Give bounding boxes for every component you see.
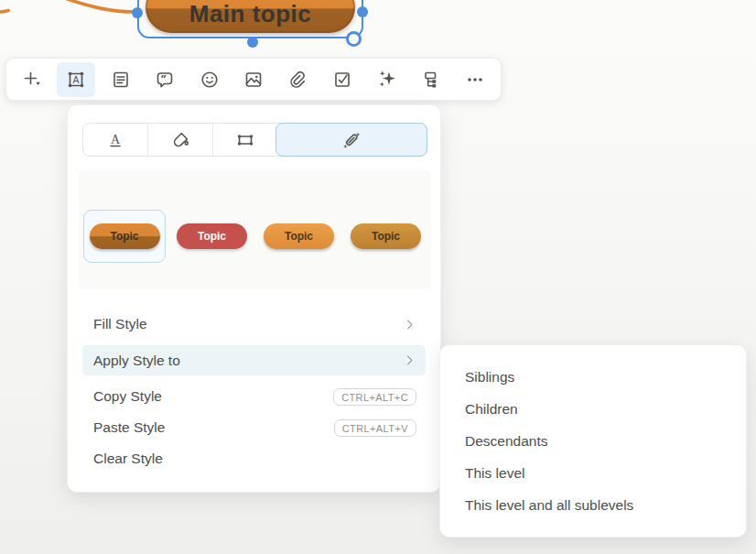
task-checkbox-icon bbox=[331, 69, 353, 91]
menu-item-label: Clear Style bbox=[93, 451, 163, 467]
submenu-item-label: Children bbox=[465, 401, 518, 418]
add-topic-button[interactable] bbox=[13, 62, 51, 97]
ai-button[interactable] bbox=[367, 62, 405, 97]
chevron-right-icon bbox=[403, 353, 416, 367]
image-icon bbox=[243, 69, 265, 91]
apply-style-submenu: Siblings Children Descendants This level… bbox=[439, 344, 747, 538]
selection-handle-left[interactable] bbox=[132, 7, 143, 18]
style-option-1[interactable]: Topic bbox=[83, 210, 166, 263]
comment-icon bbox=[154, 69, 176, 91]
border-icon bbox=[234, 129, 256, 151]
menu-item-clear-style[interactable]: Clear Style bbox=[68, 443, 440, 474]
paint-bucket-icon bbox=[169, 129, 191, 151]
tab-border[interactable] bbox=[212, 124, 277, 156]
submenu-item-label: Siblings bbox=[465, 369, 514, 386]
menu-item-fill-style[interactable]: Fill Style bbox=[68, 309, 440, 340]
plus-icon bbox=[21, 68, 44, 91]
topic-toolbar: A bbox=[5, 58, 502, 101]
svg-text:A: A bbox=[111, 132, 121, 146]
style-menu: Fill Style Apply Style to Copy Style CTR… bbox=[68, 309, 440, 474]
submenu-item-siblings[interactable]: Siblings bbox=[440, 362, 746, 394]
svg-text:A: A bbox=[73, 73, 80, 84]
selection-handle-bottom[interactable] bbox=[247, 37, 258, 48]
note-icon bbox=[110, 69, 132, 91]
submenu-item-this-level[interactable]: This level bbox=[440, 457, 746, 489]
shortcut-badge: CTRL+ALT+C bbox=[333, 388, 416, 406]
submenu-item-children[interactable]: Children bbox=[440, 394, 746, 426]
task-button[interactable] bbox=[323, 62, 362, 97]
emoji-icon bbox=[199, 69, 221, 91]
chevron-right-icon bbox=[403, 318, 416, 331]
submenu-item-descendants[interactable]: Descendants bbox=[440, 426, 746, 458]
submenu-item-label: This level and all sublevels bbox=[465, 497, 633, 514]
topic-style-preview: Topic bbox=[351, 223, 421, 249]
style-option-4[interactable]: Topic bbox=[342, 210, 429, 263]
link-icon bbox=[286, 69, 308, 91]
note-button[interactable] bbox=[102, 62, 140, 97]
format-style-button[interactable]: A bbox=[57, 62, 95, 97]
image-button[interactable] bbox=[234, 62, 273, 97]
menu-item-label: Apply Style to bbox=[93, 353, 180, 369]
more-button[interactable] bbox=[456, 62, 494, 97]
sparkles-icon bbox=[375, 68, 398, 91]
menu-item-label: Paste Style bbox=[93, 419, 165, 436]
topic-style-preview: Topic bbox=[177, 223, 247, 249]
selection-handle-right[interactable] bbox=[357, 6, 368, 17]
menu-item-label: Fill Style bbox=[93, 316, 147, 332]
style-panel: A Topic bbox=[67, 104, 441, 493]
selection-resize-handle[interactable] bbox=[346, 31, 362, 47]
main-topic-node[interactable]: Main topic bbox=[146, 0, 355, 33]
submenu-item-label: Descendants bbox=[465, 433, 547, 450]
menu-item-label: Copy Style bbox=[93, 388, 162, 405]
structure-icon bbox=[420, 69, 442, 91]
tab-style[interactable] bbox=[275, 123, 427, 157]
style-panel-tabs: A bbox=[82, 123, 427, 157]
text-style-frame-icon: A bbox=[65, 69, 87, 91]
topic-style-gallery: Topic Topic Topic Topic bbox=[79, 170, 431, 289]
structure-button[interactable] bbox=[412, 62, 450, 97]
submenu-item-label: This level bbox=[465, 465, 524, 482]
comment-button[interactable] bbox=[146, 62, 184, 97]
font-icon: A bbox=[104, 129, 126, 151]
menu-item-copy-style[interactable]: Copy Style CTRL+ALT+C bbox=[68, 381, 440, 412]
tab-fill[interactable] bbox=[147, 124, 212, 156]
topic-style-preview: Topic bbox=[90, 223, 160, 249]
style-option-3[interactable]: Topic bbox=[255, 210, 342, 263]
link-button[interactable] bbox=[278, 62, 317, 97]
sticker-button[interactable] bbox=[190, 62, 229, 97]
submenu-item-this-level-and-sublevels[interactable]: This level and all sublevels bbox=[440, 489, 746, 521]
shortcut-badge: CTRL+ALT+V bbox=[334, 419, 416, 437]
tab-font[interactable]: A bbox=[83, 124, 147, 156]
magic-wand-icon bbox=[340, 129, 362, 151]
menu-item-paste-style[interactable]: Paste Style CTRL+ALT+V bbox=[68, 412, 440, 443]
main-topic-label: Main topic bbox=[189, 0, 312, 28]
style-option-2[interactable]: Topic bbox=[168, 210, 255, 263]
ellipsis-icon bbox=[464, 69, 486, 91]
menu-item-apply-style-to[interactable]: Apply Style to bbox=[82, 345, 426, 375]
topic-style-preview: Topic bbox=[264, 223, 334, 249]
